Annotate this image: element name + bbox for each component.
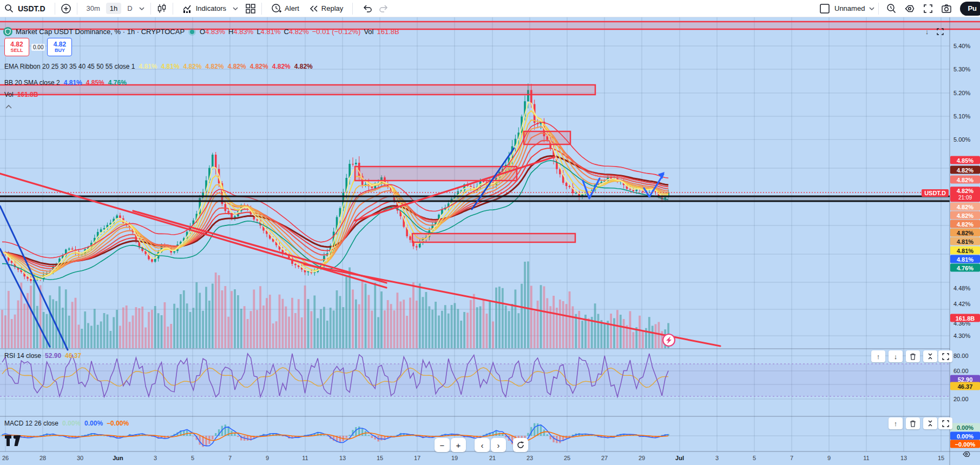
vol-label: Vol [364,28,373,36]
time-axis-label: 11 [302,455,308,461]
compare-add-icon[interactable] [61,3,71,14]
price-axis-tag: 4.82% [950,176,980,184]
indicators-chevron-down-icon[interactable] [232,5,239,12]
macd-legend[interactable]: MACD 12 26 close 0.00%0.00%−0.00% [4,420,129,427]
reset-chart-button[interactable] [513,438,528,452]
time-axis-label: 25 [564,455,570,461]
time-axis-label: 5 [191,455,194,461]
price-axis-tag: 4.81% [950,255,980,263]
symbol-button[interactable]: USDT.D [16,3,49,15]
price-axis-tag: 4.82% [950,211,980,220]
time-axis-label: 9 [266,455,269,461]
change-value: −0.01 (−0.12%) [312,28,361,36]
current-price-tag[interactable]: 4.82% 21:09 [950,187,980,202]
macd-pane-maximize-button[interactable] [938,417,952,429]
price-axis-tag: 4.82% [950,166,980,174]
time-axis-label: 28 [40,455,46,461]
axis-settings-gear-icon[interactable] [962,450,971,461]
divider [77,3,77,15]
time-axis-label: 23 [527,455,533,461]
search-icon[interactable] [4,4,14,13]
buy-button[interactable]: 4.82 BUY [47,38,72,56]
price-axis-tick: 5.20% [953,90,970,96]
time-axis-label: Jul [675,455,684,461]
main-pane-maximize-button[interactable] [934,26,946,37]
layout-icon[interactable] [819,3,831,15]
sell-label: SELL [10,48,23,53]
chart-style-candles-icon[interactable] [156,3,167,14]
spread-value: 0.00 [31,44,45,51]
time-axis-label: 19 [451,455,458,461]
symbol-title: Market Cap USDT Dominance, % · 1h · CRYP… [16,28,185,36]
macd-pane-move-up-button[interactable]: ↑ [889,417,903,429]
macd-pane-delete-button[interactable] [906,417,920,429]
rsi-pane-collapse-button[interactable] [923,350,937,362]
indicator-value: 0.00% [62,420,81,427]
bb-legend[interactable]: BB 20 SMA close 2 4.81%4.85%4.76% [4,79,127,87]
divider [55,3,55,15]
price-axis-tag: 161.8B [950,314,980,322]
indicator-value: 4.82% [206,63,224,70]
zoom-in-button[interactable]: + [451,438,466,452]
quick-search-icon[interactable] [886,3,897,14]
rsi-legend[interactable]: RSI 14 close 52.9046.37 [4,352,81,360]
rsi-pane-maximize-button[interactable] [938,350,952,362]
indicator-value: 4.81% [139,63,157,70]
ema-ribbon-values: 4.81%4.81%4.82%4.82%4.82%4.82%4.82%4.82% [139,63,313,70]
redo-icon[interactable] [379,4,389,13]
settings-gear-icon[interactable] [904,3,915,14]
price-axis-tick: 5.10% [953,113,970,119]
rsi-values: 52.9046.37 [45,352,81,360]
replay-button[interactable]: Replay [305,2,347,15]
time-axis-label: 17 [414,455,420,461]
indicator-value: 52.90 [45,352,61,360]
rsi-label: RSI 14 close [4,352,41,360]
main-series-legend[interactable]: Market Cap USDT Dominance, % · 1h · CRYP… [3,27,399,36]
layout-name-label: Unnamed [834,4,865,12]
price-axis-tick: 5.30% [953,66,970,72]
volume-legend[interactable]: Vol 161.8B [4,91,38,98]
ema-ribbon-label: EMA Ribbon 20 25 30 35 40 45 50 55 close… [4,63,135,70]
ema-ribbon-legend[interactable]: EMA Ribbon 20 25 30 35 40 45 50 55 close… [4,63,313,70]
sell-price: 4.82 [10,41,23,48]
fullscreen-icon[interactable] [923,3,933,14]
layout-name-button[interactable]: Unnamed [831,3,869,14]
collapse-legend-chevron-icon[interactable] [5,102,12,111]
macd-pane-collapse-button[interactable] [923,417,937,429]
indicator-value: 4.76% [108,79,127,87]
price-axis-tick: 5.40% [953,43,970,49]
time-axis-label: 3 [715,455,719,461]
scroll-right-button[interactable]: › [491,438,506,452]
indicators-button[interactable]: Indicators [179,2,230,16]
rsi-pane-move-up-button[interactable]: ↑ [871,350,885,362]
current-price-value: 4.82% [950,188,980,195]
market-status-dot-icon[interactable] [190,30,194,34]
scroll-left-button[interactable]: ‹ [475,438,490,452]
ohlc-item: C4.82% [284,28,308,36]
divider [173,3,173,15]
sell-button[interactable]: 4.82 SELL [4,38,29,56]
interval-d[interactable]: D [123,3,136,14]
price-axis-tag: 4.76% [950,264,980,272]
snapshot-camera-icon[interactable] [941,3,952,14]
publish-button[interactable]: Pu [960,2,980,16]
interval-chevron-down-icon[interactable] [139,5,145,12]
interval-30m[interactable]: 30m [83,3,104,14]
tradingview-window: USDT.D 30m 1h D Indicators [0,0,980,465]
time-axis-label: 9 [827,455,831,461]
indicator-value: 4.82% [250,63,268,70]
main-pane-move-down-button[interactable]: ↓ [921,26,933,37]
rsi-pane-delete-button[interactable] [906,350,920,362]
interval-1h-selected[interactable]: 1h [106,3,121,14]
time-axis-label: 13 [900,455,907,461]
buy-label: BUY [55,48,65,53]
layout-chevron-down-icon[interactable] [869,5,875,12]
alert-button[interactable]: Alert [267,2,303,16]
tradingview-logo[interactable] [4,435,22,449]
divider [150,3,151,15]
undo-icon[interactable] [363,4,372,13]
rsi-pane-move-down-button[interactable]: ↓ [889,350,903,362]
indicator-templates-icon[interactable] [245,3,256,14]
price-axis-tag: 4.82% [950,229,980,237]
zoom-out-button[interactable]: − [435,438,450,452]
